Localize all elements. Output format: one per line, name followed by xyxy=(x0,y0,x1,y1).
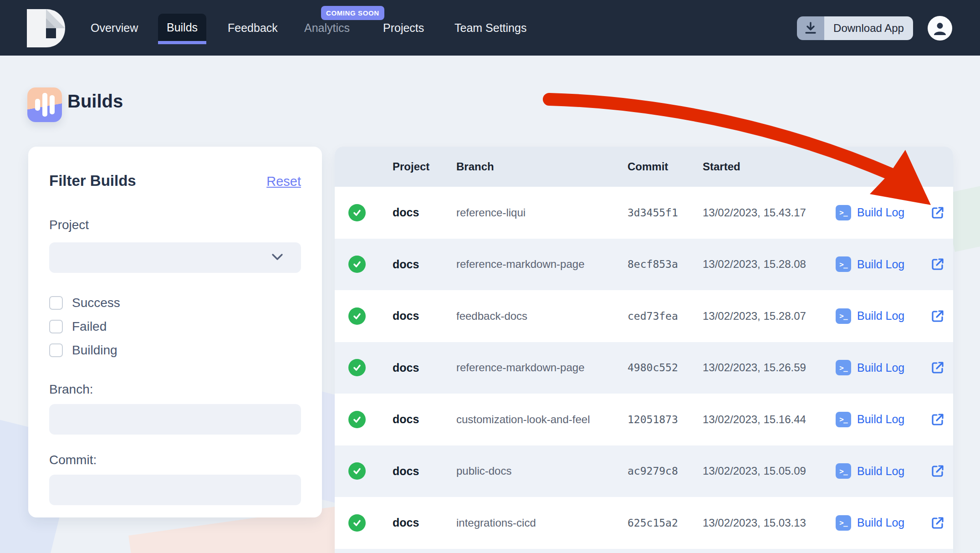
terminal-icon: >_ xyxy=(836,515,851,531)
build-log-link[interactable]: >_ Build Log xyxy=(836,412,922,427)
row-started: 13/02/2023, 15.03.13 xyxy=(703,517,836,529)
table-header-row: Project Branch Commit Started xyxy=(335,147,953,187)
open-build-external[interactable] xyxy=(922,309,953,323)
open-build-external[interactable] xyxy=(922,516,953,530)
nav-item-builds[interactable]: Builds xyxy=(158,14,206,44)
row-commit: 3d3455f1 xyxy=(628,207,703,219)
external-link-icon xyxy=(931,413,944,426)
row-project: docs xyxy=(393,309,456,323)
success-status-icon xyxy=(348,411,366,428)
terminal-icon: >_ xyxy=(836,256,851,272)
table-row-partial xyxy=(335,549,953,553)
terminal-icon: >_ xyxy=(836,412,851,427)
row-branch: reference-liqui xyxy=(456,206,628,219)
row-branch: reference-markdown-page xyxy=(456,361,628,374)
row-branch: public-docs xyxy=(456,465,628,477)
building-checkbox-label: Building xyxy=(72,343,117,358)
row-started: 13/02/2023, 15.16.44 xyxy=(703,413,836,426)
coming-soon-badge: COMING SOON xyxy=(321,6,384,20)
success-status-icon xyxy=(348,514,366,532)
branch-label: Branch: xyxy=(49,382,301,397)
build-log-label: Build Log xyxy=(857,465,904,478)
builds-page-icon xyxy=(27,87,62,122)
row-project: docs xyxy=(393,516,456,529)
build-log-link[interactable]: >_ Build Log xyxy=(836,463,922,479)
branch-input[interactable] xyxy=(49,404,301,435)
row-branch: customization-look-and-feel xyxy=(456,413,628,426)
build-log-link[interactable]: >_ Build Log xyxy=(836,515,922,531)
failed-checkbox-label: Failed xyxy=(72,319,107,334)
row-commit: ced73fea xyxy=(628,310,703,322)
row-project: docs xyxy=(393,413,456,426)
row-project: docs xyxy=(393,361,456,374)
row-commit: ac9279c8 xyxy=(628,465,703,477)
top-navbar: Overview Builds Feedback Analytics COMIN… xyxy=(0,0,980,56)
open-build-external[interactable] xyxy=(922,464,953,478)
app-logo-icon[interactable] xyxy=(25,8,66,48)
terminal-icon: >_ xyxy=(836,360,851,375)
open-build-external[interactable] xyxy=(922,257,953,271)
build-log-label: Build Log xyxy=(857,206,904,219)
row-commit: 12051873 xyxy=(628,414,703,425)
row-branch: integrations-cicd xyxy=(456,517,628,529)
nav-item-projects[interactable]: Projects xyxy=(383,0,424,56)
external-link-icon xyxy=(931,516,944,530)
external-link-icon xyxy=(931,464,944,478)
builds-table: Project Branch Commit Started docs refer… xyxy=(335,147,953,553)
success-status-icon xyxy=(348,256,366,273)
nav-item-team-settings[interactable]: Team Settings xyxy=(454,0,526,56)
row-started: 13/02/2023, 15.28.08 xyxy=(703,258,836,271)
download-app-button[interactable]: Download App xyxy=(797,16,913,40)
reset-filters-link[interactable]: Reset xyxy=(266,174,301,189)
person-icon xyxy=(932,20,948,36)
terminal-icon: >_ xyxy=(836,463,851,479)
commit-input[interactable] xyxy=(49,475,301,505)
project-select[interactable] xyxy=(49,242,301,273)
success-status-icon xyxy=(348,462,366,480)
open-build-external[interactable] xyxy=(922,361,953,374)
open-build-external[interactable] xyxy=(922,206,953,220)
col-header-branch: Branch xyxy=(456,160,628,173)
nav-item-feedback[interactable]: Feedback xyxy=(228,0,278,56)
terminal-icon: >_ xyxy=(836,308,851,324)
building-checkbox[interactable] xyxy=(49,343,63,357)
row-started: 13/02/2023, 15.43.17 xyxy=(703,206,836,219)
build-log-label: Build Log xyxy=(857,361,904,374)
commit-label: Commit: xyxy=(49,453,301,467)
row-commit: 4980c552 xyxy=(628,362,703,374)
row-started: 13/02/2023, 15.05.09 xyxy=(703,465,836,477)
table-row: docs feedback-docs ced73fea 13/02/2023, … xyxy=(335,290,953,342)
nav-item-overview[interactable]: Overview xyxy=(91,0,138,56)
user-avatar[interactable] xyxy=(928,16,952,41)
row-commit: 625c15a2 xyxy=(628,517,703,529)
success-checkbox[interactable] xyxy=(49,296,63,310)
row-project: docs xyxy=(393,465,456,478)
build-log-label: Build Log xyxy=(857,309,904,323)
row-branch: reference-markdown-page xyxy=(456,258,628,271)
row-project: docs xyxy=(393,258,456,271)
filter-heading: Filter Builds xyxy=(49,172,136,189)
table-row: docs reference-liqui 3d3455f1 13/02/2023… xyxy=(335,187,953,239)
filter-option-building: Building xyxy=(49,343,301,358)
external-link-icon xyxy=(931,361,944,374)
external-link-icon xyxy=(931,206,944,220)
table-row: docs customization-look-and-feel 1205187… xyxy=(335,394,953,445)
open-build-external[interactable] xyxy=(922,413,953,426)
build-log-link[interactable]: >_ Build Log xyxy=(836,256,922,272)
build-log-label: Build Log xyxy=(857,413,904,426)
build-log-label: Build Log xyxy=(857,258,904,271)
success-status-icon xyxy=(348,204,366,221)
success-checkbox-label: Success xyxy=(72,296,120,310)
download-icon xyxy=(797,16,824,40)
build-log-link[interactable]: >_ Build Log xyxy=(836,205,922,220)
row-project: docs xyxy=(393,206,456,219)
table-body: docs reference-liqui 3d3455f1 13/02/2023… xyxy=(335,187,953,549)
build-log-link[interactable]: >_ Build Log xyxy=(836,308,922,324)
col-header-project: Project xyxy=(393,160,456,173)
filter-option-failed: Failed xyxy=(49,319,301,334)
build-log-link[interactable]: >_ Build Log xyxy=(836,360,922,375)
page-title: Builds xyxy=(67,91,123,112)
download-app-label: Download App xyxy=(824,16,913,40)
external-link-icon xyxy=(931,309,944,323)
failed-checkbox[interactable] xyxy=(49,320,63,333)
